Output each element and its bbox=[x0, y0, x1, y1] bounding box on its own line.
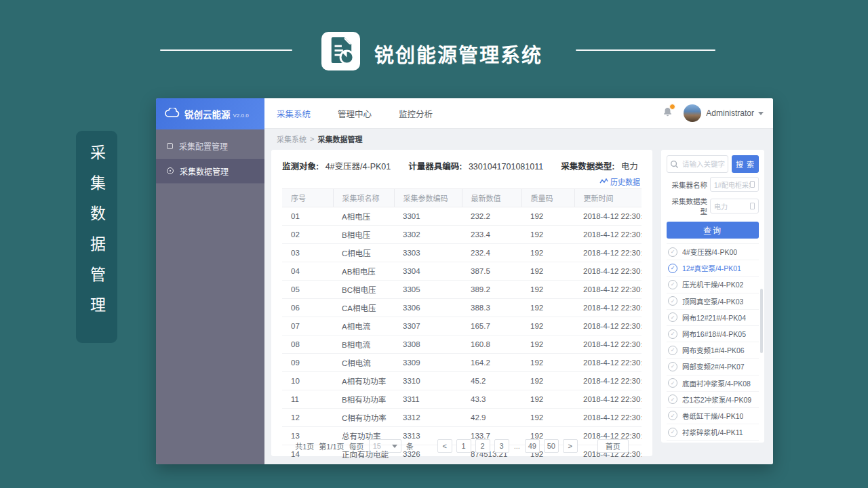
table-cell: 2018-4-12 22:30:45 bbox=[574, 354, 642, 372]
prev-page-button[interactable]: < bbox=[437, 439, 452, 453]
table-cell: C相电压 bbox=[333, 244, 394, 262]
table-cell: 07 bbox=[282, 317, 333, 336]
search-button[interactable]: 搜 索 bbox=[732, 155, 759, 173]
datatype-select[interactable]: 电力 bbox=[710, 199, 759, 214]
table-cell: 160.8 bbox=[462, 336, 521, 354]
table-cell: 3312 bbox=[394, 409, 462, 427]
device-item[interactable]: ✓网布变频1#/4-PK06 bbox=[667, 342, 759, 359]
table-cell: 2018-4-12 22:30:45 bbox=[574, 281, 642, 299]
table-row: 02B相电压3302233.41922018-4-12 22:30:45 bbox=[282, 226, 642, 244]
table-cell: 164.2 bbox=[462, 354, 521, 372]
check-circle-icon: ✓ bbox=[668, 362, 677, 371]
collector-select[interactable]: 1#配电柜采集器 bbox=[710, 177, 759, 192]
table-cell: 192 bbox=[521, 262, 574, 281]
table-cell: A相电流 bbox=[333, 317, 394, 336]
page-button[interactable]: 3 bbox=[494, 439, 509, 453]
table-row: 04AB相电压3304387.51922018-4-12 22:30:45 bbox=[282, 262, 642, 281]
device-label: 卷纸缸干燥/4-PK10 bbox=[682, 411, 743, 421]
total-pages: 共1页 bbox=[295, 441, 314, 451]
table-cell: 02 bbox=[282, 226, 333, 244]
table-cell: CA相电压 bbox=[333, 299, 394, 317]
sidebar-item-data[interactable]: 采集数据管理 bbox=[156, 159, 264, 184]
first-page-button[interactable]: 首页 bbox=[597, 439, 629, 453]
sidebar-version: V2.0.0 bbox=[233, 113, 249, 119]
page-button[interactable]: 1 bbox=[456, 439, 471, 453]
meter-code-value: 3301041701081011 bbox=[469, 162, 543, 171]
device-item[interactable]: ✓卷纸缸干燥/4-PK10 bbox=[667, 408, 759, 424]
notification-bell-icon[interactable] bbox=[663, 106, 673, 120]
device-label: 12#真空泵/4-PK01 bbox=[682, 263, 741, 273]
table-cell: 12 bbox=[282, 409, 333, 427]
table-cell: 2018-4-12 22:30:45 bbox=[574, 299, 642, 317]
table-row: 10A相有功功率331045.21922018-4-12 22:30:45 bbox=[282, 372, 642, 390]
table-cell: 192 bbox=[521, 207, 574, 226]
table-cell: 04 bbox=[282, 262, 333, 281]
notification-badge bbox=[669, 104, 675, 110]
device-item[interactable]: ✓12#真空泵/4-PK01 bbox=[667, 260, 759, 277]
device-item[interactable]: ✓衬浆碎浆机/4-PK11 bbox=[667, 424, 759, 441]
page-button[interactable]: 49 bbox=[525, 439, 540, 453]
config-icon bbox=[167, 143, 173, 149]
chevron-down-icon[interactable] bbox=[758, 112, 764, 115]
next-page-button[interactable]: > bbox=[563, 439, 578, 453]
table-cell: 2018-4-12 22:30:45 bbox=[574, 207, 642, 226]
device-item[interactable]: ✓底面衬冲浆泵/4-PK08 bbox=[667, 375, 759, 392]
sidebar-item-config[interactable]: 采集配置管理 bbox=[156, 134, 264, 159]
page-button[interactable]: 50 bbox=[544, 439, 559, 453]
table-cell: 3303 bbox=[394, 244, 462, 262]
column-header: 更新时间 bbox=[574, 189, 642, 207]
select-handle-icon bbox=[750, 181, 755, 188]
breadcrumb-current: 采集数据管理 bbox=[317, 134, 362, 144]
sidebar-item-label: 采集数据管理 bbox=[180, 165, 229, 177]
scrollbar-thumb[interactable] bbox=[760, 289, 763, 353]
search-icon bbox=[670, 159, 679, 171]
avatar[interactable] bbox=[684, 104, 701, 122]
device-item[interactable]: ✓压光机干燥/4-PK02 bbox=[667, 277, 759, 293]
page-button[interactable]: 2 bbox=[475, 439, 490, 453]
check-circle-icon: ✓ bbox=[668, 296, 677, 306]
device-item[interactable]: ✓顶网真空泵/4-PK03 bbox=[667, 293, 759, 310]
check-circle-icon: ✓ bbox=[668, 378, 677, 388]
table-row: 08B相电流3308160.81922018-4-12 22:30:45 bbox=[282, 336, 642, 354]
table-cell: 10 bbox=[282, 372, 333, 390]
device-item[interactable]: ✓4#变压器/4-PK00 bbox=[667, 244, 759, 260]
table-cell: C相有功功率 bbox=[333, 409, 394, 427]
caret-down-icon bbox=[392, 445, 397, 448]
nav-item-0[interactable]: 采集系统 bbox=[277, 107, 311, 120]
monitor-object-label: 监测对象: bbox=[282, 162, 319, 171]
device-item[interactable]: ✓芯1芯2冲浆泵/4-PK09 bbox=[667, 392, 759, 408]
device-item[interactable]: ✓网布12#21#/4-PK04 bbox=[667, 310, 759, 326]
device-item[interactable]: ✓网部变频2#/4-PK07 bbox=[667, 359, 759, 375]
table-row: 01A相电压3301232.21922018-4-12 22:30:45 bbox=[282, 207, 642, 226]
user-name[interactable]: Administrator bbox=[706, 108, 754, 118]
check-circle-icon: ✓ bbox=[668, 264, 677, 273]
column-header: 采集参数编码 bbox=[394, 189, 462, 207]
column-header: 质量码 bbox=[521, 189, 574, 207]
device-label: 4#变压器/4-PK00 bbox=[682, 247, 737, 257]
table-cell: 2018-4-12 22:30:45 bbox=[574, 317, 642, 336]
table-cell: 2018-4-12 22:30:45 bbox=[574, 336, 642, 354]
table-row: 06CA相电压3306388.31922018-4-12 22:30:45 bbox=[282, 299, 642, 317]
table-cell: 3305 bbox=[394, 281, 462, 299]
table-cell: B相电压 bbox=[333, 226, 394, 244]
breadcrumb-parent[interactable]: 采集系统 bbox=[277, 134, 307, 144]
table-cell: 2018-4-12 22:30:45 bbox=[574, 372, 642, 390]
table-cell: 3306 bbox=[394, 299, 462, 317]
table-cell: 45.2 bbox=[462, 372, 521, 390]
filter-panel: 搜 索 采集器名称 1#配电柜采集器 采集数据类型 电力 查询 ✓4#变压器/4… bbox=[661, 150, 764, 443]
query-button[interactable]: 查询 bbox=[667, 222, 759, 239]
nav-item-1[interactable]: 管理中心 bbox=[338, 107, 372, 120]
table-cell: 192 bbox=[521, 281, 574, 299]
per-page-select[interactable]: 15 bbox=[369, 439, 401, 453]
nav-item-2[interactable]: 监控分析 bbox=[399, 107, 433, 120]
history-data-link[interactable]: 历史数据 bbox=[599, 176, 640, 187]
document-pie-icon bbox=[328, 36, 354, 67]
table-cell: 01 bbox=[282, 207, 333, 226]
table-cell: 43.3 bbox=[462, 390, 521, 409]
table-cell: 3308 bbox=[394, 336, 462, 354]
device-item[interactable]: ✓网布16#18#/4-PK05 bbox=[667, 326, 759, 342]
header-divider-left bbox=[160, 49, 292, 51]
table-cell: 3310 bbox=[394, 372, 462, 390]
table-body: 01A相电压3301232.21922018-4-12 22:30:4502B相… bbox=[282, 207, 642, 464]
data-table: 序号采集项名称采集参数编码最新数值质量码更新时间 01A相电压3301232.2… bbox=[282, 188, 642, 464]
